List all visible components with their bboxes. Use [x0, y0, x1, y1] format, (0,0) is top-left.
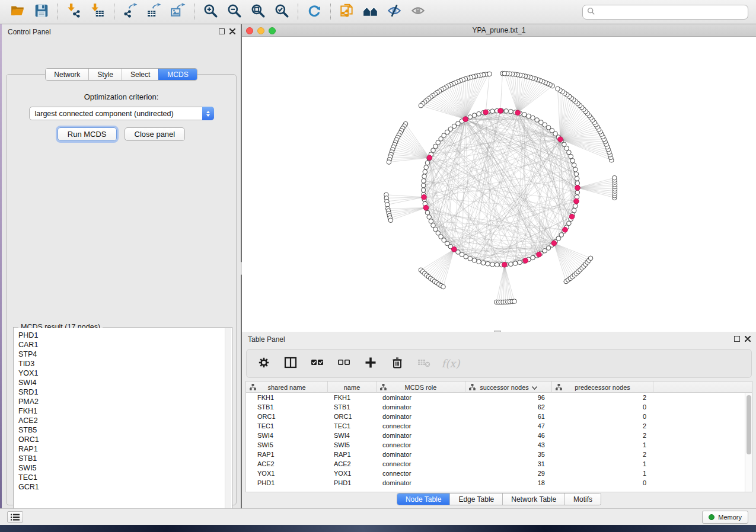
close-panel-icon[interactable] [229, 28, 235, 34]
control-panel-titlebar: Control Panel [2, 24, 241, 40]
close-panel-icon[interactable] [745, 336, 751, 342]
toolbar-separator [194, 4, 194, 20]
mcds-result-item[interactable]: TID3 [18, 359, 225, 368]
mcds-result-item[interactable]: YOX1 [18, 368, 225, 378]
table-cell: dominator [377, 450, 465, 459]
mcds-result-item[interactable]: PMA2 [18, 397, 225, 406]
table-cell: SWI4 [246, 431, 328, 440]
memory-status-icon [709, 514, 714, 520]
mcds-result-item[interactable]: STB5 [18, 425, 225, 435]
tab-edge-table[interactable]: Edge Table [449, 493, 502, 505]
memory-button[interactable]: Memory [702, 511, 748, 524]
mcds-result-item[interactable]: STB1 [18, 454, 225, 463]
table-row[interactable]: SWI4SWI4dominator462 [246, 431, 752, 440]
column-header-name[interactable]: name [328, 382, 377, 393]
table-row[interactable]: PHD1PHD1dominator180 [246, 478, 752, 488]
column-header-successor-nodes[interactable]: successor nodes [465, 382, 552, 393]
task-history-button[interactable] [7, 511, 23, 523]
zoom-out-button[interactable] [222, 2, 246, 22]
export-table-button[interactable] [142, 2, 166, 22]
column-header-label: predecessor nodes [575, 384, 630, 391]
column-header-predecessor-nodes[interactable]: predecessor nodes [552, 382, 653, 393]
column-header-shared-name[interactable]: shared name [246, 382, 328, 393]
table-row[interactable]: YOX1YOX1connector291 [246, 469, 752, 478]
tab-select[interactable]: Select [122, 69, 158, 80]
mcds-result-item[interactable]: SRD1 [18, 387, 225, 397]
search-field[interactable] [582, 5, 748, 20]
network-canvas[interactable] [242, 37, 756, 331]
table-row[interactable]: FKH1FKH1dominator962 [246, 393, 752, 402]
mcds-result-item[interactable]: PHD1 [18, 331, 225, 340]
select-all-button[interactable] [308, 355, 326, 373]
table-cell: dominator [377, 478, 465, 488]
mcds-list-scrollbar[interactable] [225, 328, 231, 532]
run-mcds-button[interactable]: Run MCDS [58, 127, 117, 141]
table-scrollbar-thumb[interactable] [747, 395, 751, 454]
open-file-button[interactable] [6, 2, 30, 22]
control-panel-title: Control Panel [8, 28, 51, 36]
table-row[interactable]: RAP1RAP1dominator352 [246, 450, 752, 459]
delete-row-button[interactable] [388, 355, 406, 373]
mcds-result-item[interactable]: SWI5 [18, 463, 225, 473]
eye-button[interactable] [406, 2, 430, 22]
clone-network-button[interactable] [335, 2, 359, 22]
control-panel: Control Panel NetworkStyleSelectMCDS Opt… [2, 24, 241, 508]
maximize-window-icon[interactable] [269, 27, 276, 34]
refresh-layout-button[interactable] [302, 2, 326, 22]
minimize-window-icon[interactable] [257, 27, 264, 34]
import-network-icon [66, 3, 82, 21]
export-network-button[interactable] [119, 2, 142, 22]
tab-motifs[interactable]: Motifs [564, 493, 601, 505]
tab-style[interactable]: Style [88, 69, 122, 80]
mcds-result-item[interactable]: TEC1 [18, 473, 225, 482]
zoom-selected-button[interactable] [270, 2, 294, 22]
import-table-button[interactable] [86, 2, 110, 22]
function-builder-button: f(x) [442, 355, 460, 373]
mcds-result-item[interactable]: ACE2 [18, 416, 225, 425]
mcds-result-item[interactable]: FKH1 [18, 406, 225, 416]
network-view-titlebar[interactable]: YPA_prune.txt_1 [242, 24, 756, 37]
column-header-MCDS-role[interactable]: MCDS role [377, 382, 465, 393]
add-row-button[interactable] [362, 355, 379, 373]
mcds-result-item[interactable]: GCR1 [18, 482, 225, 492]
save-session-button[interactable] [30, 2, 53, 22]
add-row-icon [364, 356, 377, 371]
table-row[interactable]: ACE2ACE2connector311 [246, 459, 752, 469]
mcds-result-item[interactable]: ORC1 [18, 435, 225, 444]
optimization-criterion-dropdown[interactable]: largest connected component (undirected) [29, 107, 214, 120]
float-panel-icon[interactable] [219, 28, 225, 34]
mcds-result-item[interactable]: STP4 [18, 350, 225, 359]
columns-button[interactable] [282, 355, 299, 373]
houses-button[interactable] [359, 2, 382, 22]
table-cell: 0 [552, 412, 653, 421]
table-scrollbar[interactable] [745, 393, 752, 492]
table-row[interactable]: SWI5SWI5connector431 [246, 440, 752, 450]
close-window-icon[interactable] [246, 27, 253, 34]
mcds-result-item[interactable]: SWI4 [18, 378, 225, 387]
search-icon [587, 7, 595, 18]
eye-slash-button[interactable] [382, 2, 406, 22]
table-row[interactable]: TEC1TEC1connector472 [246, 421, 752, 431]
mcds-result-list[interactable]: PHD1CAR1STP4TID3YOX1SWI4SRD1PMA2FKH1ACE2… [14, 328, 225, 532]
tab-network-table[interactable]: Network Table [502, 493, 564, 505]
table-row[interactable]: ORC1ORC1dominator610 [246, 412, 752, 421]
delete-table-button [415, 355, 433, 373]
table-cell: ORC1 [328, 412, 377, 421]
export-image-button[interactable] [166, 2, 190, 22]
table-cell: 61 [465, 412, 552, 421]
zoom-fit-button[interactable] [246, 2, 270, 22]
settings-gear-button[interactable] [255, 355, 273, 373]
mcds-result-item[interactable]: CAR1 [18, 340, 225, 350]
zoom-in-button[interactable] [199, 2, 222, 22]
mcds-result-item[interactable]: RAP1 [18, 444, 225, 454]
import-network-button[interactable] [62, 2, 86, 22]
tab-network[interactable]: Network [46, 69, 88, 80]
float-panel-icon[interactable] [734, 336, 740, 342]
table-cell: SWI5 [246, 440, 328, 450]
search-input[interactable] [595, 7, 748, 18]
table-row[interactable]: STB1STB1dominator620 [246, 402, 752, 412]
deselect-all-button[interactable] [335, 355, 353, 373]
tab-node-table[interactable]: Node Table [397, 493, 450, 505]
tab-mcds[interactable]: MCDS [158, 69, 196, 80]
close-panel-button[interactable]: Close panel [125, 127, 186, 141]
